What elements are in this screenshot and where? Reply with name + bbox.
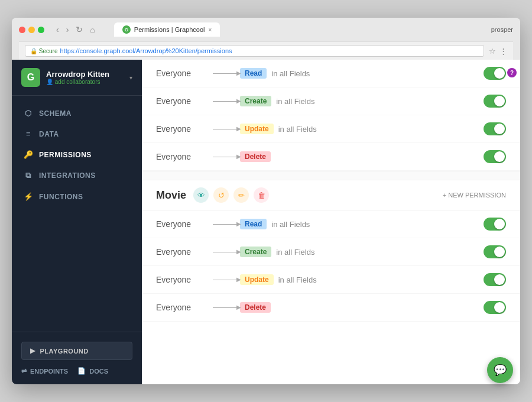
arrow-right-icon xyxy=(213,224,236,225)
chevron-down-icon[interactable]: ▾ xyxy=(129,74,132,81)
toggle-on[interactable] xyxy=(484,122,506,135)
address-actions: ☆ ⋮ xyxy=(489,47,507,56)
close-button[interactable] xyxy=(19,27,25,33)
tab-title: Permissions | Graphcool xyxy=(134,26,205,33)
permission-subject: Everyone xyxy=(156,124,209,134)
maximize-button[interactable] xyxy=(38,27,44,33)
collaborators-link[interactable]: 👤 add collaborators xyxy=(46,79,124,85)
permission-toggle[interactable] xyxy=(484,95,506,108)
sidebar-item-permissions[interactable]: 🔑 PERMISSIONS xyxy=(12,144,142,165)
sidebar-item-label: DATA xyxy=(39,130,59,138)
action-badge-create[interactable]: Create xyxy=(240,247,271,257)
toggle-on[interactable] xyxy=(484,218,506,231)
sidebar-item-integrations[interactable]: ⧉ INTEGRATIONS xyxy=(12,165,142,186)
minimize-button[interactable] xyxy=(28,27,35,33)
toggle-knob xyxy=(494,151,505,162)
sidebar-logo: G xyxy=(21,68,40,87)
section-title-movie: Movie xyxy=(156,189,186,202)
playground-button[interactable]: ▶ PLAYGROUND xyxy=(21,342,132,360)
edit-icon[interactable]: ✏ xyxy=(233,187,249,203)
action-badge-create[interactable]: Create xyxy=(240,96,271,106)
sidebar-header: G Arrowdrop Kitten 👤 add collaborators ▾ xyxy=(12,60,142,96)
section-actions: 👁 ↺ ✏ 🗑 xyxy=(193,187,269,203)
permission-subject: Everyone xyxy=(156,219,209,229)
toggle-on[interactable]: ? xyxy=(484,67,506,80)
toggle-knob xyxy=(494,302,505,313)
permission-toggle[interactable] xyxy=(484,122,506,135)
toggle-knob xyxy=(494,219,505,229)
sidebar-footer: ▶ PLAYGROUND ⇌ ENDPOINTS 📄 DOCS xyxy=(12,332,142,384)
toggle-on[interactable] xyxy=(484,150,506,163)
tab-favicon: G xyxy=(122,25,131,34)
schema-icon: ⬡ xyxy=(24,109,33,118)
arrow-right-icon xyxy=(213,307,236,308)
bookmark-icon[interactable]: ☆ xyxy=(489,47,496,56)
sidebar-item-functions[interactable]: ⚡ FUNCTIONS xyxy=(12,186,142,207)
home-button[interactable]: ⌂ xyxy=(87,24,97,35)
question-badge: ? xyxy=(507,68,517,77)
permission-toggle[interactable] xyxy=(484,245,506,258)
toggle-knob xyxy=(494,274,505,285)
chat-button[interactable]: 💬 xyxy=(487,357,513,383)
section-1: Everyone Read in all Fields ? xyxy=(142,60,520,171)
toggle-on[interactable] xyxy=(484,301,506,314)
refresh-icon[interactable]: ↺ xyxy=(213,187,229,203)
project-name: Arrowdrop Kitten xyxy=(46,70,124,79)
sidebar-project: Arrowdrop Kitten 👤 add collaborators xyxy=(46,70,124,85)
playground-label: PLAYGROUND xyxy=(40,348,89,355)
functions-icon: ⚡ xyxy=(24,192,33,201)
user-add-icon: 👤 xyxy=(46,79,55,85)
browser-chrome: ‹ › ↻ ⌂ G Permissions | Graphcool × pros… xyxy=(12,18,520,60)
permission-toggle[interactable]: ? xyxy=(484,67,506,80)
permission-toggle[interactable] xyxy=(484,150,506,163)
secure-badge: 🔒 Secure xyxy=(30,48,57,54)
table-row: Everyone Read in all Fields xyxy=(142,210,520,238)
main-content: Everyone Read in all Fields ? xyxy=(142,60,520,384)
arrow-right-icon xyxy=(213,73,236,74)
sidebar-item-label: FUNCTIONS xyxy=(39,193,83,201)
action-badge-delete[interactable]: Delete xyxy=(240,302,271,313)
address-bar[interactable]: 🔒 Secure https://console.graph.cool/Arro… xyxy=(25,45,484,57)
permission-toggle[interactable] xyxy=(484,301,506,314)
arrow-right-icon xyxy=(213,157,236,157)
action-badge-read[interactable]: Read xyxy=(240,68,267,79)
toggle-on[interactable] xyxy=(484,245,506,258)
permission-subject: Everyone xyxy=(156,96,209,106)
toggle-on[interactable] xyxy=(484,273,506,286)
permission-fields: in all Fields xyxy=(271,220,484,229)
data-icon: ≡ xyxy=(24,129,33,138)
sidebar: G Arrowdrop Kitten 👤 add collaborators ▾… xyxy=(12,60,142,384)
action-badge-update[interactable]: Update xyxy=(240,124,274,134)
active-tab[interactable]: G Permissions | Graphcool × xyxy=(114,22,220,37)
permission-toggle[interactable] xyxy=(484,273,506,286)
permission-subject: Everyone xyxy=(156,247,209,257)
action-badge-delete[interactable]: Delete xyxy=(240,151,271,162)
browser-window: ‹ › ↻ ⌂ G Permissions | Graphcool × pros… xyxy=(12,18,520,384)
delete-icon[interactable]: 🗑 xyxy=(254,187,269,203)
arrow-right-icon xyxy=(213,252,236,252)
endpoints-link[interactable]: ⇌ ENDPOINTS xyxy=(21,367,68,375)
back-button[interactable]: ‹ xyxy=(54,24,61,35)
sidebar-item-data[interactable]: ≡ DATA xyxy=(12,124,142,144)
docs-link[interactable]: 📄 DOCS xyxy=(77,367,108,375)
toggle-on[interactable] xyxy=(484,95,506,108)
eye-icon[interactable]: 👁 xyxy=(193,187,209,203)
chat-icon: 💬 xyxy=(494,364,507,377)
permission-toggle[interactable] xyxy=(484,218,506,231)
new-permission-button[interactable]: + NEW PERMISSION xyxy=(443,192,506,199)
refresh-button[interactable]: ↻ xyxy=(73,24,85,35)
forward-button[interactable]: › xyxy=(64,24,72,35)
logo-letter: G xyxy=(27,72,34,83)
action-badge-update[interactable]: Update xyxy=(240,274,274,285)
tab-close-button[interactable]: × xyxy=(208,27,212,33)
bottom-links: ⇌ ENDPOINTS 📄 DOCS xyxy=(21,367,132,375)
sidebar-item-label: INTEGRATIONS xyxy=(39,171,96,180)
arrow-right-icon xyxy=(213,129,236,129)
sidebar-item-schema[interactable]: ⬡ SCHEMA xyxy=(12,103,142,124)
play-icon: ▶ xyxy=(30,347,35,355)
sidebar-item-label: PERMISSIONS xyxy=(39,151,92,159)
table-row: Everyone Delete xyxy=(142,143,520,171)
menu-icon[interactable]: ⋮ xyxy=(499,47,507,56)
action-badge-read[interactable]: Read xyxy=(240,219,267,229)
endpoints-icon: ⇌ xyxy=(21,367,27,375)
